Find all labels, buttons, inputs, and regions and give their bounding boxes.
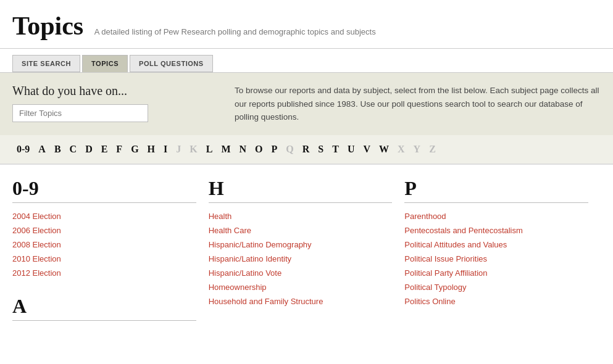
- topic-link[interactable]: Pentecostals and Pentecostalism: [404, 223, 588, 238]
- topic-link[interactable]: Politics Online: [404, 294, 588, 308]
- topic-link[interactable]: Household and Family Structure: [209, 294, 393, 308]
- topic-link[interactable]: Political Typology: [404, 280, 588, 294]
- alpha-nav-letter-N[interactable]: N: [235, 143, 251, 156]
- topic-link[interactable]: Political Party Affiliation: [404, 266, 588, 280]
- alpha-nav-letter-R[interactable]: R: [298, 143, 314, 156]
- page-header: Topics A detailed listing of Pew Researc…: [0, 0, 613, 49]
- tab-site-search[interactable]: SITE SEARCH: [12, 55, 80, 72]
- search-panel: What do you have on...: [12, 84, 222, 124]
- section-heading-A: A: [12, 295, 196, 321]
- alpha-nav-letter-I[interactable]: I: [159, 143, 172, 156]
- topic-link[interactable]: 2008 Election: [12, 238, 196, 252]
- alpha-nav-letter-E[interactable]: E: [97, 143, 112, 156]
- topic-link[interactable]: Homeownership: [209, 280, 393, 294]
- alpha-nav-letter-L[interactable]: L: [202, 143, 217, 156]
- alpha-nav-letter-V[interactable]: V: [359, 143, 375, 156]
- alpha-nav-letter-B[interactable]: B: [50, 143, 65, 156]
- topic-link[interactable]: Health Care: [209, 223, 393, 238]
- alpha-nav-letter-M[interactable]: M: [217, 143, 235, 156]
- topic-link[interactable]: Hispanic/Latino Identity: [209, 252, 393, 266]
- section-block-A: A: [12, 295, 196, 321]
- section-block-H: HHealthHealth CareHispanic/Latino Demogr…: [209, 177, 393, 308]
- tabs-bar: SITE SEARCH TOPICS POLL QUESTIONS: [0, 49, 613, 73]
- tab-topics[interactable]: TOPICS: [82, 55, 128, 72]
- alpha-nav-letter-Q: Q: [281, 143, 298, 156]
- topics-column-1: HHealthHealth CareHispanic/Latino Demogr…: [209, 177, 405, 336]
- alpha-nav-letter-F[interactable]: F: [112, 143, 127, 156]
- alpha-nav-letter-C[interactable]: C: [65, 143, 81, 156]
- topics-column-2: PParenthoodPentecostals and Pentecostali…: [404, 177, 601, 336]
- section-heading-H: H: [209, 177, 393, 203]
- alpha-nav-letter-D[interactable]: D: [81, 143, 97, 156]
- topic-link[interactable]: Political Attitudes and Values: [404, 238, 588, 252]
- topic-link[interactable]: 2010 Election: [12, 252, 196, 266]
- alpha-nav-letter-T[interactable]: T: [328, 143, 343, 156]
- alpha-nav-letter-S[interactable]: S: [314, 143, 328, 156]
- alpha-nav-letter-J: J: [172, 143, 185, 156]
- topics-content: 0-92004 Election2006 Election2008 Electi…: [0, 165, 613, 348]
- topics-column-0: 0-92004 Election2006 Election2008 Electi…: [12, 177, 209, 336]
- search-heading: What do you have on...: [12, 84, 222, 98]
- info-panel: To browse our reports and data by subjec…: [222, 84, 601, 124]
- topic-link[interactable]: Health: [209, 209, 393, 223]
- alpha-nav-letter-G[interactable]: G: [127, 143, 143, 156]
- search-info-area: What do you have on... To browse our rep…: [0, 73, 613, 135]
- alpha-nav-letter-X: X: [393, 143, 409, 156]
- section-heading-P: P: [404, 177, 588, 203]
- topic-link[interactable]: Hispanic/Latino Demography: [209, 238, 393, 252]
- alpha-nav-letter-Z: Z: [425, 143, 440, 156]
- alpha-nav-letter-H[interactable]: H: [143, 143, 159, 156]
- alpha-nav-letter-W[interactable]: W: [375, 143, 393, 156]
- topic-link[interactable]: 2004 Election: [12, 209, 196, 223]
- filter-topics-input[interactable]: [12, 104, 148, 122]
- topic-link[interactable]: 2012 Election: [12, 266, 196, 280]
- section-block-0-9: 0-92004 Election2006 Election2008 Electi…: [12, 177, 196, 280]
- topic-link[interactable]: Hispanic/Latino Vote: [209, 266, 393, 280]
- topic-link[interactable]: 2006 Election: [12, 223, 196, 238]
- alpha-nav-letter-A[interactable]: A: [34, 143, 50, 156]
- alpha-nav-letter-Y: Y: [409, 143, 425, 156]
- topic-link[interactable]: Political Issue Priorities: [404, 252, 588, 266]
- section-block-P: PParenthoodPentecostals and Pentecostali…: [404, 177, 588, 308]
- alpha-nav-letter-P[interactable]: P: [267, 143, 282, 156]
- alpha-nav-letter-K: K: [185, 143, 201, 156]
- alpha-nav-letter-0-9[interactable]: 0-9: [12, 143, 34, 156]
- alpha-nav-letter-O[interactable]: O: [251, 143, 267, 156]
- alpha-nav: 0-9ABCDEFGHIJKLMNOPQRSTUVWXYZ: [0, 135, 613, 165]
- page-subtitle: A detailed listing of Pew Research polli…: [94, 27, 376, 36]
- tab-poll-questions[interactable]: POLL QUESTIONS: [130, 55, 213, 72]
- topic-link[interactable]: Parenthood: [404, 209, 588, 223]
- section-heading-0-9: 0-9: [12, 177, 196, 203]
- page-title: Topics: [12, 12, 83, 40]
- alpha-nav-letter-U[interactable]: U: [343, 143, 359, 156]
